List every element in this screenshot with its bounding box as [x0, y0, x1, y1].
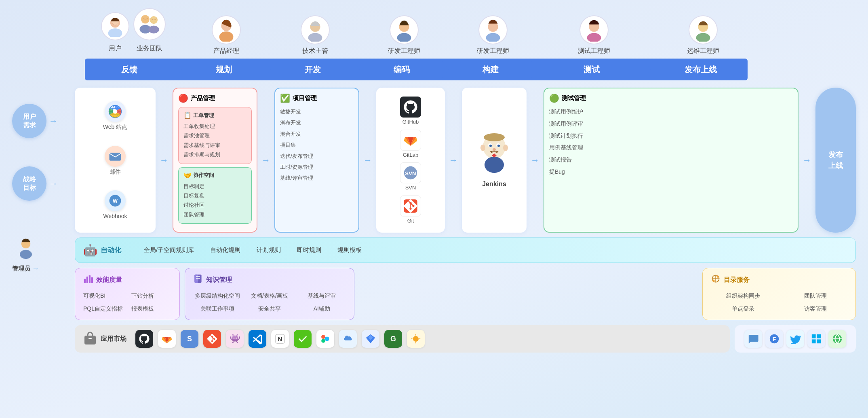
svg-point-34	[484, 133, 505, 141]
market-check[interactable]	[294, 330, 312, 348]
product-mgmt-title: 产品管理	[191, 95, 215, 102]
arrow-product-project: →	[261, 155, 270, 166]
product-collab-item4: 团队管理	[183, 210, 246, 219]
jenkins-figure	[478, 132, 510, 177]
channel-web-icon	[105, 101, 126, 122]
market-git-tool[interactable]	[203, 330, 221, 348]
github-label: GitHub	[402, 119, 419, 125]
product-collab-section: 🤝 协作空间 目标制定 目标复盘 讨论社区 团队管理	[178, 167, 252, 224]
product-ticket-item2: 需求池管理	[183, 131, 246, 140]
avatar-test-label: 测试工程师	[578, 47, 610, 55]
market-g[interactable]: G	[384, 330, 402, 348]
gitlab-label: GitLab	[403, 152, 418, 158]
market-diamond[interactable]	[362, 330, 379, 348]
avatar-biz-label: 业务团队	[137, 44, 162, 53]
jenkins-label: Jenkins	[482, 181, 506, 188]
svg-rect-45	[86, 277, 88, 283]
automation-row: 🤖 自动化 全局/子空间规则库 自动化规则 计划规则 即时规则 规则模板	[75, 237, 856, 263]
tool-blue[interactable]: F	[765, 330, 783, 348]
project-mgmt-title: 项目管理	[293, 95, 317, 102]
product-collab-title: 🤝 协作空间	[183, 172, 246, 179]
market-figma[interactable]	[316, 330, 334, 348]
code-github: GitHub	[400, 97, 421, 125]
project-item-portfolio: 项目集	[280, 140, 354, 149]
test-items-list: 测试用例维护 测试用例评审 测试计划执行 用例基线管理 测试报告 提Bug	[549, 107, 793, 177]
admin-text-label: 管理员	[12, 265, 30, 273]
code-gitlab: GitLab	[400, 130, 421, 158]
git-label: Git	[407, 218, 414, 224]
product-collab-item1: 目标制定	[183, 182, 246, 191]
pipeline-build: 构建	[440, 59, 529, 80]
automation-item-rule: 自动化规则	[210, 246, 240, 254]
market-char[interactable]: 👾	[226, 330, 244, 348]
knowledge-item-link: 关联工作事项	[193, 303, 241, 314]
automation-title: 自动化	[101, 246, 121, 255]
top-row: Web 站点 邮件	[75, 88, 856, 233]
avatar-dev2: 研发工程师	[449, 15, 537, 55]
pipeline-feedback: 反馈	[85, 59, 174, 80]
channel-web: Web 站点	[103, 101, 127, 131]
user-demand-label: 用户需求	[12, 104, 46, 138]
market-svn-tool[interactable]: S	[181, 330, 198, 348]
market-sun[interactable]	[407, 330, 425, 348]
automation-item-template: 规则模板	[337, 246, 362, 254]
knowledge-item-ai: AI辅助	[298, 303, 346, 314]
pipeline-dev: 开发	[263, 59, 352, 80]
channel-webhook-icon: W	[105, 190, 126, 211]
dir-item-visitor: 访客管理	[783, 303, 847, 314]
product-mgmt-box: 🔴 产品管理 📋 工单管理 工单收集处理 需求池管理 需求基线与评审 需求排期与…	[173, 88, 257, 233]
marketplace-row: 应用市场	[75, 325, 856, 353]
market-gitlab[interactable]	[158, 330, 176, 348]
avatar-dev1-label: 研发工程师	[388, 47, 420, 55]
avatar-group-user-biz: 用户 业务团队	[85, 8, 182, 55]
svg-point-56	[717, 275, 719, 277]
test-mgmt-header: 🟢 测试管理	[549, 93, 793, 103]
product-ticket-item3: 需求基线与评审	[183, 141, 246, 150]
code-svn: SVN SVN	[400, 162, 421, 191]
arrow-jenkins-test: →	[531, 155, 539, 166]
project-item-waterfall: 瀑布开发	[280, 118, 354, 127]
strategy-group: 战略目标 →	[12, 166, 58, 201]
product-ticket-item4: 需求排期与规划	[183, 150, 246, 159]
market-notion[interactable]: N	[271, 330, 289, 348]
market-cloud[interactable]	[339, 330, 357, 348]
tool-windows[interactable]	[807, 330, 825, 348]
market-vscode[interactable]	[249, 330, 266, 348]
arrow-channels-product: →	[160, 155, 169, 166]
knowledge-item-baseline: 基线与评审	[298, 290, 346, 301]
knowledge-icon	[193, 274, 203, 286]
project-mgmt-header: ✅ 项目管理	[280, 93, 354, 103]
svg-rect-75	[812, 334, 816, 338]
market-github[interactable]	[135, 330, 153, 348]
svg-rect-47	[91, 277, 93, 283]
dir-items-grid: 组织架构同步 团队管理 单点登录 访客管理	[711, 290, 847, 314]
avatar-dev2-label: 研发工程师	[477, 47, 509, 55]
perf-report: 报表模板	[131, 303, 171, 314]
svg-point-57	[712, 280, 714, 282]
automation-header: 🤖 自动化	[83, 244, 132, 257]
svg-text:W: W	[113, 198, 118, 204]
tool-bird[interactable]	[786, 330, 804, 348]
tool-chat[interactable]	[744, 330, 762, 348]
product-collab-item2: 目标复盘	[183, 191, 246, 200]
svg-rect-65	[321, 335, 325, 339]
test-item-report: 测试报告	[549, 155, 793, 165]
svg-point-38	[497, 145, 500, 147]
avatars-row: 用户 业务团队	[85, 8, 856, 55]
perf-box: 效能度量 可视化BI 下钻分析 PQL自定义指标 报表模板	[75, 268, 180, 320]
perf-title: 效能度量	[96, 276, 122, 284]
channel-web-label: Web 站点	[103, 124, 127, 131]
svn-label: SVN	[405, 185, 416, 191]
arrow-admin: →	[32, 265, 39, 273]
tool-green-globe[interactable]	[828, 330, 846, 348]
admin-avatar-icon	[15, 237, 37, 263]
arrow-user-demand: →	[49, 116, 58, 126]
strategy-label: 战略目标	[12, 166, 46, 201]
svn-logo: SVN	[400, 162, 421, 183]
channel-email-label: 邮件	[110, 168, 121, 176]
avatar-pm: 产品经理	[182, 15, 271, 55]
avatar-tech-lead-label: 技术主管	[302, 47, 328, 55]
channel-email: 邮件	[105, 146, 126, 176]
product-ticket-section: 📋 工单管理 工单收集处理 需求池管理 需求基线与评审 需求排期与规划	[178, 107, 252, 164]
test-item-execute: 测试计划执行	[549, 131, 793, 141]
